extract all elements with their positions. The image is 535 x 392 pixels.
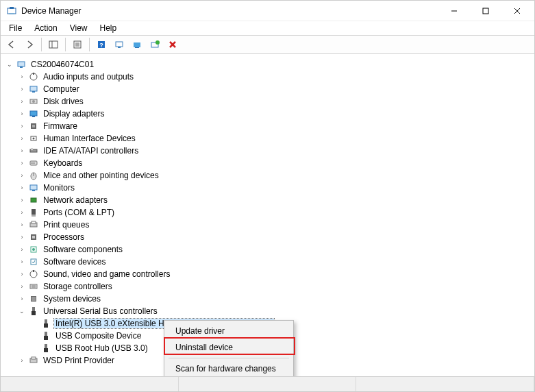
menu-bar: File Action View Help [1,21,534,35]
show-hide-tree-button[interactable] [45,37,62,52]
expand-icon[interactable]: › [17,72,27,82]
expand-icon[interactable]: › [17,232,27,242]
tree-category[interactable]: ›Display adapters [1,108,534,120]
tree-category-label: Firmware [42,121,79,131]
tree-category[interactable]: ›Audio inputs and outputs [1,71,534,83]
help-button[interactable]: ? [93,37,110,52]
tree-category[interactable]: ›Network adapters [1,194,534,206]
maximize-button[interactable] [470,1,501,21]
tree-category[interactable]: ›Keyboards [1,157,534,169]
tree-category-label: Software components [42,245,124,254]
device-category-icon [28,293,39,304]
svg-rect-26 [33,73,34,75]
usb-icon [40,330,51,341]
printer-icon [28,355,39,366]
properties-button[interactable] [69,37,86,52]
svg-rect-45 [30,185,37,190]
svg-rect-27 [30,86,37,91]
toolbar-separator [65,38,66,51]
device-category-icon [28,108,39,119]
expand-icon[interactable]: › [17,183,27,193]
expand-icon[interactable]: › [17,269,27,279]
svg-rect-32 [32,116,35,117]
menu-help[interactable]: Help [95,22,123,34]
status-cell [1,377,179,391]
toolbar: ? [1,35,534,54]
tree-category[interactable]: ›Disk drives [1,95,534,108]
svg-rect-47 [31,198,36,202]
minimize-button[interactable] [438,1,470,21]
expand-icon[interactable]: › [17,356,27,365]
tree-category[interactable]: ›Firmware [1,120,534,132]
expand-icon[interactable]: › [17,158,27,168]
tree-category-label: Sound, video and game controllers [42,269,171,279]
expand-icon[interactable]: › [17,134,27,143]
svg-rect-46 [32,190,35,191]
tree-category[interactable]: ›Human Interface Devices [1,132,534,145]
svg-rect-73 [44,336,48,340]
back-button[interactable] [3,37,20,52]
update-driver-button[interactable] [129,37,145,52]
svg-rect-23 [18,62,25,66]
tree-category[interactable]: ›Monitors [1,182,534,194]
svg-rect-18 [135,47,139,48]
expand-icon[interactable]: › [17,146,27,156]
tree-category[interactable]: ›Processors [1,231,534,243]
expand-icon[interactable]: › [17,208,27,217]
close-button[interactable] [501,1,533,21]
tree-category-usb[interactable]: ⌄ Universal Serial Bus controllers [1,305,534,317]
tree-root[interactable]: ⌄ CS20046074C01 [1,58,534,71]
expand-icon[interactable]: › [17,220,27,230]
svg-rect-67 [32,297,36,301]
tree-category[interactable]: ›Sound, video and game controllers [1,268,534,280]
tree-category[interactable]: ›Storage controllers [1,280,534,293]
menu-view[interactable]: View [64,22,93,34]
svg-rect-63 [30,284,37,289]
tree-category[interactable]: ›System devices [1,293,534,305]
tree-category[interactable]: ›Computer [1,83,534,95]
status-cell [179,377,357,391]
menu-action[interactable]: Action [29,22,62,34]
tree-category-label: Software devices [42,257,107,267]
svg-rect-7 [49,41,58,48]
collapse-icon[interactable]: ⌄ [5,60,14,69]
svg-rect-69 [32,311,36,315]
expand-icon[interactable]: › [17,294,27,304]
ctx-update-driver[interactable]: Update driver [166,323,292,339]
expand-icon[interactable]: › [17,195,27,205]
tree-category-label: Network adapters [42,195,109,205]
tree-category[interactable]: ›Mice and other pointing devices [1,169,534,182]
tree-category[interactable]: ›Software devices [1,256,534,268]
svg-rect-70 [45,319,47,323]
tree-category[interactable]: ›IDE ATA/ATAPI controllers [1,145,534,157]
ctx-uninstall-device[interactable]: Uninstall device [166,339,292,356]
tree-category[interactable]: ›Software components [1,243,534,256]
expand-icon[interactable]: › [17,171,27,180]
svg-rect-77 [32,357,36,359]
svg-rect-2 [9,13,14,14]
expand-icon[interactable]: › [17,121,27,131]
context-separator [169,358,289,358]
svg-rect-38 [31,148,33,150]
tree-category[interactable]: ›Print queues [1,219,534,231]
tree-category-label: Audio inputs and outputs [42,72,135,82]
expand-icon[interactable]: › [17,97,27,106]
device-category-icon [28,71,39,82]
expand-icon[interactable]: › [17,84,27,94]
disable-device-button[interactable] [164,37,181,52]
tree-category-label: WSD Print Provider [42,356,116,365]
expand-icon[interactable]: › [17,282,27,291]
ctx-scan-hardware[interactable]: Scan for hardware changes [166,360,292,377]
scan-hardware-button[interactable] [111,37,127,52]
expand-icon[interactable]: › [17,109,27,119]
tree-category-label: IDE ATA/ATAPI controllers [42,146,140,156]
tree-category-label: Monitors [42,183,76,193]
uninstall-device-button[interactable] [147,37,163,52]
expand-icon[interactable]: › [17,257,27,267]
tree-category[interactable]: ›Ports (COM & LPT) [1,206,534,219]
forward-button[interactable] [21,37,38,52]
svg-point-36 [33,138,35,140]
collapse-icon[interactable]: ⌄ [17,306,27,316]
expand-icon[interactable]: › [17,245,27,254]
menu-file[interactable]: File [3,22,27,34]
